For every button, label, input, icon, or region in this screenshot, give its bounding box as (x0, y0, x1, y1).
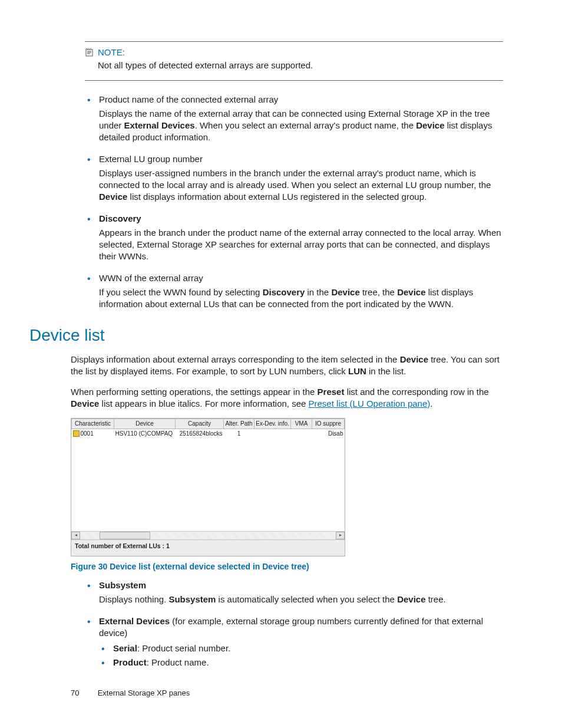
bold-text: Device (400, 354, 428, 364)
bold-text: Preset (318, 387, 345, 397)
figure-caption: Figure 30 Device list (external device s… (71, 561, 503, 572)
item-body: Appears in the branch under the product … (99, 227, 503, 263)
section-heading: Device list (29, 324, 503, 347)
page-footer: 70 External Storage XP panes (71, 688, 190, 699)
text: Displays information about external arra… (71, 354, 400, 364)
cell-vma (291, 429, 312, 438)
table-header-row: Characteristic Device Capacity Alter. Pa… (72, 419, 345, 429)
col-io-suppress[interactable]: IO suppre (312, 419, 345, 429)
bold-text: Device (71, 398, 99, 409)
bold-text: Device (397, 287, 425, 297)
page-content: NOTE: Not all types of detected external… (0, 0, 562, 702)
item-heading: Product name of the connected external a… (99, 94, 503, 106)
bold-text: Device (331, 287, 359, 297)
cell-device: HSV110 (C)COMPAQ (114, 429, 176, 438)
col-device[interactable]: Device (114, 419, 176, 429)
bold-text: Discovery (99, 213, 141, 223)
col-alter-path[interactable]: Alter. Path (224, 419, 254, 429)
col-capacity[interactable]: Capacity (176, 419, 224, 429)
item-body: External Devices (for example, external … (99, 615, 503, 640)
text: : Product serial number. (137, 643, 230, 653)
bold-text: LUN (348, 366, 366, 376)
note-box: NOTE: Not all types of detected external… (85, 41, 503, 81)
item-body: If you select the WWN found by selecting… (99, 286, 503, 311)
bold-text: Serial (113, 643, 137, 653)
paragraph: Displays information about external arra… (71, 354, 503, 378)
note-text: Not all types of detected external array… (98, 60, 503, 71)
device-table: Characteristic Device Capacity Alter. Pa… (71, 419, 345, 438)
list-item: Serial: Product serial number. (99, 643, 503, 654)
col-vma[interactable]: VMA (291, 419, 312, 429)
device-list-panel: Characteristic Device Capacity Alter. Pa… (71, 418, 345, 556)
bold-text: External Devices (124, 120, 195, 130)
lu-icon (73, 430, 80, 437)
item-body: Displays the name of the external array … (99, 108, 503, 144)
table-row[interactable]: 0001 HSV110 (C)COMPAQ 25165824blocks 1 D… (72, 429, 345, 438)
item-heading: WWN of the external array (99, 272, 503, 284)
list-item: Product: Product name. (99, 657, 503, 668)
horizontal-scrollbar[interactable]: ◂ ▸ (71, 531, 345, 540)
description-list: Subsystem Displays nothing. Subsystem is… (85, 579, 503, 669)
text: : Product name. (147, 657, 209, 667)
item-body: Displays nothing. Subsystem is automatic… (99, 594, 503, 605)
cell-characteristic: 0001 (72, 429, 114, 438)
text: list displays information about external… (127, 192, 427, 202)
text: Displays user-assigned numbers in the br… (99, 168, 491, 190)
footer-title: External Storage XP panes (98, 689, 190, 697)
scroll-thumb[interactable] (100, 532, 150, 539)
text: When performing setting operations, the … (71, 387, 318, 397)
text: list and the corresponding row in the (344, 387, 488, 397)
item-heading: Discovery (99, 213, 503, 225)
item-heading: Subsystem (99, 579, 503, 591)
text: in the (305, 287, 331, 297)
paragraph: When performing setting operations, the … (71, 386, 503, 410)
note-label: NOTE: (98, 47, 125, 58)
page-number: 70 (71, 688, 95, 699)
bold-text: Device (99, 192, 127, 202)
text: Displays nothing. (99, 594, 168, 604)
cell-ex-dev-info (254, 429, 291, 438)
note-icon (85, 48, 94, 57)
bold-text: Discovery (263, 287, 305, 297)
text: in the list. (366, 366, 406, 376)
list-item: External LU group number Displays user-a… (85, 153, 503, 203)
item-body: Displays user-assigned numbers in the br… (99, 167, 503, 203)
bold-text: Device (397, 594, 425, 604)
list-item: Discovery Appears in the branch under th… (85, 213, 503, 263)
bold-text: Product (113, 657, 147, 667)
text: list appears in blue italics. For more i… (99, 398, 308, 409)
list-item: External Devices (for example, external … (85, 615, 503, 669)
table-footer: Total number of External LUs : 1 (71, 540, 345, 556)
cell-io-suppress: Disab (312, 429, 345, 438)
text: tree, the (360, 287, 397, 297)
bold-text: Subsystem (99, 580, 146, 590)
scroll-right-button[interactable]: ▸ (336, 532, 345, 539)
text: 0001 (81, 430, 94, 437)
bold-text: Subsystem (168, 594, 216, 604)
list-item: WWN of the external array If you select … (85, 272, 503, 311)
list-item: Product name of the connected external a… (85, 94, 503, 144)
preset-list-link[interactable]: Preset list (LU Operation pane) (309, 398, 431, 409)
bold-text: External Devices (99, 616, 170, 626)
item-heading: External LU group number (99, 153, 503, 165)
scroll-left-button[interactable]: ◂ (71, 532, 80, 539)
text: . When you select an external array's pr… (195, 120, 416, 130)
table-empty-area (71, 438, 345, 531)
text: is automatically selected when you selec… (216, 594, 397, 604)
text: If you select the WWN found by selecting (99, 287, 263, 297)
device-list-figure: Characteristic Device Capacity Alter. Pa… (71, 418, 503, 572)
feature-list: Product name of the connected external a… (85, 94, 503, 311)
sub-list: Serial: Product serial number. Product: … (99, 643, 503, 669)
col-characteristic[interactable]: Characteristic (72, 419, 114, 429)
cell-alter-path: 1 (224, 429, 254, 438)
col-ex-dev-info[interactable]: Ex-Dev. info. (254, 419, 291, 429)
bold-text: Device (416, 120, 444, 130)
text: tree. (426, 594, 446, 604)
cell-capacity: 25165824blocks (176, 429, 224, 438)
text: . (430, 398, 432, 409)
list-item: Subsystem Displays nothing. Subsystem is… (85, 579, 503, 606)
